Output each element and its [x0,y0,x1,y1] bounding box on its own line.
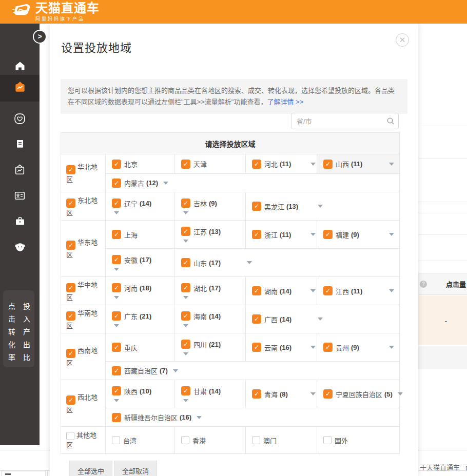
province-cell[interactable]: 澳门 [246,427,317,454]
checkbox-checked[interactable]: ✓ [112,255,121,264]
checkbox-checked[interactable]: ✓ [252,230,261,239]
checkbox-checked[interactable]: ✓ [112,179,121,188]
province-cell[interactable]: ✓黑龙江(13) [246,192,400,221]
province-cell[interactable]: 台湾 [106,427,175,454]
checkbox-checked[interactable]: ✓ [181,258,190,267]
app-logo[interactable]: 天猫直通车 阿里妈妈旗下产品 [12,2,100,22]
province-cell[interactable]: ✓西藏自治区(7) [106,362,400,380]
select-all-button[interactable]: 全部选中 [69,461,112,476]
chevron-down-icon[interactable] [389,163,394,166]
province-cell[interactable]: ✓江苏(13) [175,221,246,249]
province-cell[interactable]: ✓河北(11) [246,154,317,174]
checkbox-unchecked[interactable] [66,432,74,440]
sidebar-item-tmall-cat[interactable] [0,236,40,260]
checkbox-checked[interactable]: ✓ [66,199,75,208]
chevron-down-icon[interactable] [310,392,316,395]
deselect-all-button[interactable]: 全部取消 [114,461,157,476]
chevron-down-icon[interactable] [310,163,316,166]
checkbox-unchecked[interactable] [112,436,120,444]
chevron-down-icon[interactable] [183,211,188,214]
chevron-down-icon[interactable] [310,233,316,236]
checkbox-checked[interactable]: ✓ [252,202,261,211]
chevron-down-icon[interactable] [183,352,188,355]
province-cell[interactable]: ✓浙江(11) [246,221,317,249]
province-cell[interactable]: ✓上海 [106,221,175,249]
region-group-cell[interactable]: 其他地区 [61,427,106,454]
learn-more-link[interactable]: 了解详情 >> [267,98,303,106]
sidebar-expand-button[interactable]: > [33,30,47,44]
province-cell[interactable]: ✓天津 [175,154,246,174]
sidebar-item-favorites[interactable] [0,108,40,131]
province-cell[interactable]: ✓甘肃(14) [175,380,246,408]
chevron-down-icon[interactable] [318,205,323,208]
province-cell[interactable]: ✓贵州(9) [317,333,400,362]
province-cell[interactable]: ✓内蒙古(12) [106,174,400,192]
region-group-cell[interactable]: ✓华东地区 [61,221,106,277]
checkbox-unchecked[interactable] [252,436,260,444]
checkbox-checked[interactable]: ✓ [112,199,121,208]
checkbox-checked[interactable]: ✓ [66,311,75,321]
chevron-down-icon[interactable] [389,289,394,292]
province-cell[interactable]: ✓北京 [106,154,175,174]
checkbox-checked[interactable]: ✓ [112,283,121,292]
checkbox-checked[interactable]: ✓ [112,160,121,169]
province-cell[interactable]: 香港 [175,427,246,454]
sidebar-metric-panel[interactable]: 点击转化率 投入产出比 [3,290,34,367]
chevron-down-icon[interactable] [183,296,188,299]
chevron-down-icon[interactable] [398,392,403,395]
checkbox-checked[interactable]: ✓ [252,160,261,169]
checkbox-checked[interactable]: ✓ [112,343,121,352]
province-cell[interactable]: ✓广东(21) [106,305,175,333]
province-cell[interactable]: ✓福建(9) [317,221,400,249]
province-cell[interactable]: ✓吉林(9) [175,192,246,221]
sidebar-item-contacts[interactable] [0,185,40,208]
province-cell[interactable]: ✓宁夏回族自治区(5) [317,380,400,408]
checkbox-checked[interactable]: ✓ [323,343,333,352]
checkbox-checked[interactable]: ✓ [252,343,261,352]
checkbox-checked[interactable]: ✓ [181,199,190,208]
province-cell[interactable]: ✓辽宁(14) [106,192,175,221]
province-cell[interactable]: ✓重庆 [106,333,175,362]
checkbox-checked[interactable]: ✓ [112,311,121,321]
province-cell[interactable]: ✓湖北(17) [175,277,246,305]
province-cell[interactable]: ✓湖南(14) [246,277,317,305]
checkbox-checked[interactable]: ✓ [323,389,333,399]
checkbox-checked[interactable]: ✓ [66,395,75,405]
province-cell[interactable]: ✓山东(17) [175,249,400,277]
chevron-down-icon[interactable] [197,416,202,419]
chevron-down-icon[interactable] [114,399,119,402]
checkbox-checked[interactable]: ✓ [323,160,333,169]
chevron-down-icon[interactable] [183,399,188,402]
checkbox-checked[interactable]: ✓ [252,314,261,324]
checkbox-checked[interactable]: ✓ [181,340,190,349]
province-cell[interactable]: ✓陕西(10) [106,380,175,408]
checkbox-checked[interactable]: ✓ [66,283,75,292]
region-group-cell[interactable]: ✓华北地区 [61,154,106,192]
sidebar-item-briefcase[interactable] [0,210,40,234]
checkbox-unchecked[interactable] [181,436,189,444]
chevron-down-icon[interactable] [183,240,188,243]
chevron-down-icon[interactable] [389,233,394,236]
search-input[interactable] [291,113,399,129]
checkbox-checked[interactable]: ✓ [181,283,190,292]
checkbox-checked[interactable]: ✓ [181,160,190,169]
chevron-down-icon[interactable] [173,369,178,372]
checkbox-unchecked[interactable] [323,436,332,444]
chevron-down-icon[interactable] [310,346,316,349]
checkbox-checked[interactable]: ✓ [66,349,75,358]
province-cell[interactable]: ✓山西(11) [317,154,400,174]
chevron-down-icon[interactable] [114,324,119,327]
province-cell[interactable]: ✓江西(11) [317,277,400,305]
checkbox-checked[interactable]: ✓ [323,230,333,239]
sidebar-item-reports[interactable] [0,133,40,157]
checkbox-checked[interactable]: ✓ [181,227,190,236]
province-cell[interactable]: ✓四川(21) [175,333,246,362]
checkbox-checked[interactable]: ✓ [112,386,121,395]
chevron-down-icon[interactable] [114,296,119,299]
chevron-down-icon[interactable] [310,289,316,292]
checkbox-checked[interactable]: ✓ [252,286,261,295]
region-group-cell[interactable]: ✓西北地区 [61,380,106,427]
region-group-cell[interactable]: ✓华中地区 [61,277,106,305]
region-group-cell[interactable]: ✓东北地区 [61,192,106,221]
province-cell[interactable]: ✓新疆维吾尔自治区(16) [106,408,400,427]
